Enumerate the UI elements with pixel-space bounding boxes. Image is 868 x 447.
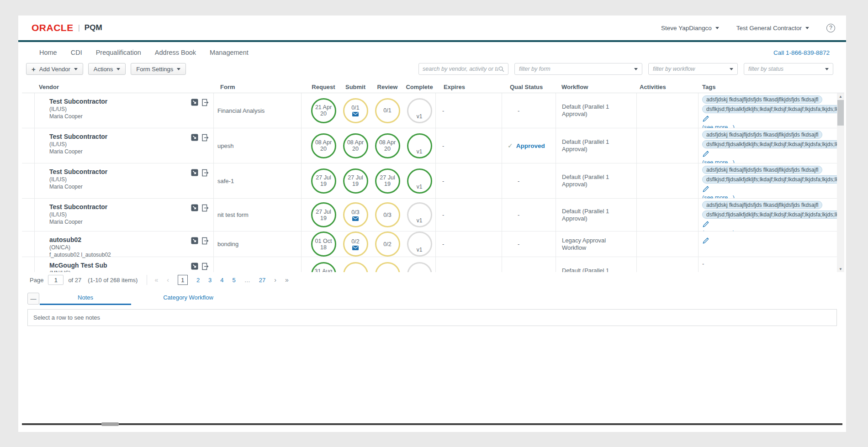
user-menu[interactable]: Steve YapDiangco	[661, 25, 719, 32]
pdf-export-icon[interactable]	[191, 99, 198, 106]
column-header-activities[interactable]: Activities	[636, 84, 698, 90]
open-form-icon[interactable]	[201, 99, 209, 106]
column-header-tags[interactable]: Tags	[698, 84, 837, 90]
vendor-name[interactable]: Test Subcontractor	[49, 133, 191, 140]
nav-item-home[interactable]: Home	[39, 49, 57, 56]
review-status-circle[interactable]: 0/3	[375, 262, 400, 273]
submit-status-circle[interactable]: 0/3	[343, 202, 368, 227]
edit-tags-icon[interactable]	[703, 151, 709, 157]
page-number-input[interactable]	[48, 275, 64, 285]
form-name[interactable]: safe-1	[217, 178, 234, 184]
see-more-link[interactable]: (see more...)	[702, 159, 837, 163]
review-status-circle[interactable]: 0/3	[375, 202, 400, 227]
page-number-link[interactable]: 4	[220, 277, 223, 284]
table-scrollbar[interactable]: ▲ ▼	[837, 93, 844, 272]
submit-status-circle[interactable]: 08 Apr20	[343, 133, 368, 158]
form-name[interactable]: bonding	[217, 241, 238, 247]
column-header-complete[interactable]: Complete	[403, 84, 435, 90]
vendor-name[interactable]: autosub02	[49, 236, 191, 243]
table-row[interactable]: Test Subcontractor(IL/US)Maria CooperFin…	[22, 93, 837, 128]
column-header-qual-status[interactable]: Qual Status	[502, 84, 556, 90]
review-status-circle[interactable]: 08 Apr20	[375, 133, 400, 158]
column-header-request[interactable]: Request	[307, 84, 339, 90]
qual-status-value[interactable]: Approved	[516, 142, 545, 149]
complete-status-circle[interactable]: v1	[407, 168, 432, 194]
form-settings-button[interactable]: Form Settings	[131, 63, 186, 75]
page-number-link[interactable]: 27	[259, 277, 265, 284]
edit-tags-icon[interactable]	[703, 116, 709, 122]
review-status-circle[interactable]: 0/2	[375, 231, 400, 257]
tag-chip[interactable]: adsfjdskj fkdsajfljdsfjds flkasdjflkjdsf…	[702, 131, 822, 139]
complete-status-circle[interactable]: v1	[407, 231, 432, 257]
vendor-name[interactable]: McGough Test Sub	[49, 262, 191, 269]
pdf-export-icon[interactable]	[191, 263, 198, 270]
tag-chip[interactable]: dsflkjsd;fljdsalkfjdkljfs;lkdajf;lkdsjf;…	[702, 175, 837, 184]
open-form-icon[interactable]	[201, 169, 209, 177]
tag-chip[interactable]: dsflkjsd;fljdsalkfjdkljfs;lkdajf;lkdsjf;…	[702, 105, 837, 113]
table-row[interactable]: autosub02(ON/CA)f_autosub02 l_autosub02b…	[22, 231, 837, 257]
form-name[interactable]: upesh	[217, 142, 233, 149]
edit-tags-icon[interactable]	[703, 221, 709, 227]
tag-chip[interactable]: dsflkjsd;fljdsalkfjdkljfs;lkdajf;lkdsjf;…	[702, 210, 837, 219]
see-more-link[interactable]: (see more...)	[702, 124, 837, 128]
tag-chip[interactable]: adsfjdskj fkdsajfljdsfjds flkasdjflkjdsf…	[702, 95, 822, 104]
tag-chip[interactable]: adsfjdskj fkdsajfljdsfjds flkasdjflkjdsf…	[702, 166, 822, 174]
form-name[interactable]: test-34-2	[217, 271, 241, 273]
pdf-export-icon[interactable]	[191, 237, 198, 244]
nav-item-cdi[interactable]: CDI	[71, 49, 82, 56]
complete-status-circle[interactable]: v1	[407, 262, 432, 273]
nav-item-prequalification[interactable]: Prequalification	[96, 49, 141, 56]
table-row[interactable]: Test Subcontractor(IL/US)Maria Cooperupe…	[22, 128, 837, 163]
table-row[interactable]: Test Subcontractor(IL/US)Maria Coopersaf…	[22, 163, 837, 199]
page-number-link[interactable]: 2	[196, 277, 200, 284]
org-menu[interactable]: Test General Contractor	[736, 25, 809, 32]
search-box[interactable]	[418, 63, 508, 75]
request-status-circle[interactable]: 27 Jul19	[311, 202, 336, 227]
page-number-link[interactable]: 5	[233, 277, 236, 284]
filter-by-workflow-select[interactable]: filter by workflow	[648, 63, 738, 75]
edit-tags-icon[interactable]	[703, 186, 709, 192]
form-name[interactable]: Financial Analysis	[217, 107, 265, 114]
column-header-expires[interactable]: Expires	[435, 84, 502, 90]
vendor-name[interactable]: Test Subcontractor	[49, 98, 191, 105]
table-row[interactable]: Test Subcontractor(IL/US)Maria Coopernit…	[22, 199, 837, 231]
scroll-down-icon[interactable]: ▼	[837, 266, 844, 272]
submit-status-circle[interactable]: 0/1	[343, 98, 368, 123]
vendor-name[interactable]: Test Subcontractor	[49, 168, 191, 175]
column-header-workflow[interactable]: Workflow	[556, 84, 636, 90]
tag-chip[interactable]: adsfjdskj fkdsajfljdsfjds flkasdjflkjdsf…	[702, 201, 822, 209]
open-form-icon[interactable]	[201, 204, 209, 212]
collapse-panel-button[interactable]: —	[27, 293, 39, 305]
request-status-circle[interactable]: 31 Aug19	[311, 262, 336, 273]
submit-status-circle[interactable]: 0/2	[343, 231, 368, 257]
review-status-circle[interactable]: 0/1	[375, 98, 400, 123]
request-status-circle[interactable]: 08 Apr20	[311, 133, 336, 158]
complete-status-circle[interactable]: v1	[407, 133, 432, 158]
scrollbar-thumb[interactable]	[837, 100, 844, 126]
see-more-link[interactable]: (see more...)	[702, 195, 837, 198]
call-phone-link[interactable]: Call 1-866-839-8872	[773, 49, 830, 56]
last-page-icon[interactable]: »	[285, 276, 289, 284]
column-header-vendor[interactable]: Vendor	[35, 84, 214, 90]
scroll-up-icon[interactable]: ▲	[837, 93, 844, 100]
pdf-export-icon[interactable]	[191, 134, 198, 141]
edit-tags-icon[interactable]	[703, 237, 709, 244]
nav-item-management[interactable]: Management	[210, 49, 249, 56]
nav-item-address-book[interactable]: Address Book	[155, 49, 196, 56]
help-icon[interactable]: ?	[826, 24, 835, 32]
table-row[interactable]: McGough Test Sub(MN/US)test-34-231 Aug19…	[22, 257, 837, 272]
pdf-export-icon[interactable]	[191, 169, 198, 176]
filter-by-status-select[interactable]: filter by status	[744, 63, 833, 75]
request-status-circle[interactable]: 27 Jul19	[311, 168, 336, 194]
tab-category-workflow[interactable]: Category Workflow	[131, 294, 245, 305]
filter-by-form-select[interactable]: filter by form	[514, 63, 642, 75]
column-header-review[interactable]: Review	[371, 84, 403, 90]
submit-status-circle[interactable]: 27 Jul19	[343, 168, 368, 194]
tab-notes[interactable]: Notes	[40, 294, 131, 305]
pdf-export-icon[interactable]	[191, 204, 198, 211]
column-header-form[interactable]: Form	[214, 84, 302, 90]
open-form-icon[interactable]	[201, 134, 209, 142]
actions-button[interactable]: Actions	[88, 63, 126, 75]
vendor-name[interactable]: Test Subcontractor	[49, 203, 191, 210]
tag-chip[interactable]: dsflkjsd;fljdsalkfjdkljfs;lkdajf;lkdsjf;…	[702, 140, 837, 148]
